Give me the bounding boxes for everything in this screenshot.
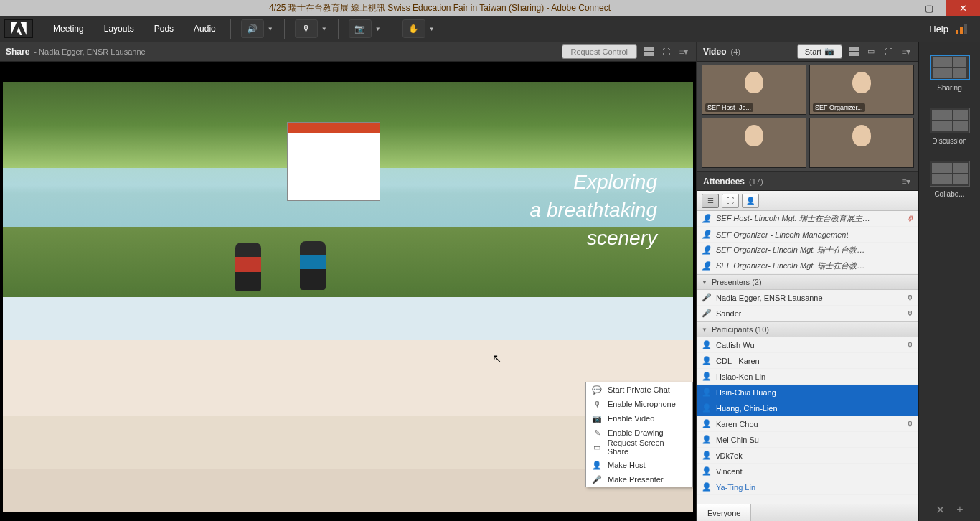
attendee-row-selected[interactable]: 👤Hsin-Chia Huang <box>697 385 918 400</box>
video-tile[interactable]: SEF Host- Je... <box>702 65 806 115</box>
help-menu[interactable]: Help <box>922 24 976 34</box>
chevron-down-icon[interactable]: ▼ <box>373 26 383 32</box>
attendee-row[interactable]: 👤SEF Organizer- Lincoln Mgt. 瑞士在台教育展主... <box>697 258 918 274</box>
filmstrip-view-icon[interactable]: ▭ <box>865 46 877 57</box>
attendee-row[interactable]: 👤Vincent <box>697 464 918 479</box>
video-tile[interactable]: SEF Organizer... <box>809 65 914 115</box>
attendee-row[interactable]: 🎤Nadia Egger, ENSR Lausanne🎙 <box>697 290 918 306</box>
layout-thumb-icon <box>930 108 970 133</box>
request-control-button[interactable]: Request Control <box>562 44 638 59</box>
attendee-row[interactable]: 👤SEF Organizer- Lincoln Mgt. 瑞士在台教育展主... <box>697 243 918 258</box>
video-label: SEF Host- Je... <box>705 103 753 112</box>
ctx-request-screen-share[interactable]: ▭Request Screen Share <box>586 440 692 454</box>
participant-icon: 👤 <box>702 356 712 366</box>
ctx-enable-microphone[interactable]: 🎙Enable Microphone <box>586 397 692 411</box>
participants-group-header[interactable]: ▼Participants (10) <box>697 321 918 337</box>
raise-hand-control[interactable]: ✋▼ <box>401 19 437 38</box>
group-label: Presenters (2) <box>712 278 762 286</box>
separator <box>392 19 392 39</box>
grid-view-icon[interactable] <box>848 46 859 57</box>
breakout-view-icon[interactable]: ⛶ <box>722 194 739 208</box>
participant-icon: 👤 <box>702 435 712 445</box>
sync-view-icon[interactable] <box>643 46 654 57</box>
attendee-row[interactable]: 👤Ya-Ting Lin <box>697 479 918 495</box>
video-tile[interactable] <box>809 118 914 168</box>
menu-meeting[interactable]: Meeting <box>43 16 94 42</box>
ctx-enable-video[interactable]: 📷Enable Video <box>586 411 692 426</box>
presenters-group-header[interactable]: ▼Presenters (2) <box>697 274 918 290</box>
attendee-row[interactable]: 👤SEF Organizer - Lincoln Management <box>697 227 918 243</box>
menu-pods[interactable]: Pods <box>144 16 184 42</box>
attendee-row-selected[interactable]: 👤Huang, Chin-Lien <box>697 400 918 416</box>
layout-settings-icon[interactable]: ✕ <box>936 503 945 517</box>
ctx-start-private-chat[interactable]: 💬Start Private Chat <box>586 382 692 397</box>
chevron-down-icon[interactable]: ▼ <box>427 26 437 32</box>
attendee-name: Sander <box>716 309 741 318</box>
layout-sharing[interactable]: Sharing <box>919 55 980 92</box>
close-button[interactable]: ✕ <box>946 0 980 16</box>
share-pod-header: Share - Nadia Egger, ENSR Lausanne Reque… <box>0 42 696 62</box>
image-person <box>235 243 261 291</box>
webcam-control[interactable]: 📷▼ <box>347 19 383 38</box>
attendee-row[interactable]: 👤vDk7ek <box>697 448 918 464</box>
pod-options-icon[interactable]: ≡▾ <box>677 47 690 57</box>
speaker-icon[interactable]: 🔊 <box>241 19 264 38</box>
ctx-label: Enable Drawing <box>608 428 664 437</box>
microphone-control[interactable]: 🎙▼ <box>293 19 329 38</box>
mic-icon: 🎙 <box>906 309 914 318</box>
ctx-label: Request Screen Share <box>608 438 687 456</box>
maximize-button[interactable]: ▢ <box>913 0 946 16</box>
ctx-make-presenter[interactable]: 🎤Make Presenter <box>586 472 692 487</box>
layout-collaboration[interactable]: Collabo... <box>919 161 980 198</box>
attendee-name: Vincent <box>716 467 743 476</box>
chevron-down-icon[interactable]: ▼ <box>319 26 329 32</box>
raise-hand-icon[interactable]: ✋ <box>402 19 425 38</box>
svg-rect-0 <box>956 30 958 34</box>
chat-tabs: Everyone <box>697 504 918 521</box>
ctx-enable-drawing[interactable]: ✎Enable Drawing <box>586 426 692 440</box>
pod-options-icon[interactable]: ≡▾ <box>900 177 913 187</box>
attendee-name: SEF Organizer- Lincoln Mgt. 瑞士在台教育展主... <box>716 260 872 271</box>
status-view-icon[interactable]: 👤 <box>742 194 759 208</box>
separator <box>338 19 339 39</box>
collapse-icon: ▼ <box>702 327 707 333</box>
screen-icon: ▭ <box>592 443 602 452</box>
participant-icon: 👤 <box>702 372 712 382</box>
video-pod: Video (4) Start 📷 ▭ ⛶ ≡▾ SEF Host- Je...… <box>697 42 918 171</box>
attendee-row[interactable]: 🎤Sander🎙 <box>697 306 918 321</box>
fullscreen-icon[interactable]: ⛶ <box>660 46 672 57</box>
window-title-bar: 4/25 瑞士在台教育展 線上視訊 Swiss Education Fair i… <box>0 0 980 16</box>
menu-layouts[interactable]: Layouts <box>94 16 144 42</box>
attendee-context-menu: 💬Start Private Chat 🎙Enable Microphone 📷… <box>585 382 693 487</box>
speaker-control[interactable]: 🔊▼ <box>240 19 275 38</box>
chevron-down-icon[interactable]: ▼ <box>265 26 275 32</box>
webcam-icon[interactable]: 📷 <box>349 19 372 38</box>
microphone-icon[interactable]: 🎙 <box>295 19 318 38</box>
video-tile[interactable] <box>702 118 806 168</box>
fullscreen-icon[interactable]: ⛶ <box>882 46 894 57</box>
attendee-row[interactable]: 👤Karen Chou🎙 <box>697 416 918 432</box>
video-pod-title: Video <box>703 47 726 57</box>
attendee-name: Hsiao-Ken Lin <box>716 372 765 381</box>
attendee-view-icon[interactable]: ☰ <box>702 194 719 208</box>
layout-label: Sharing <box>937 84 961 92</box>
attendee-row[interactable]: 👤Catfish Wu🎙 <box>697 337 918 353</box>
pod-options-icon[interactable]: ≡▾ <box>900 47 913 57</box>
microphone-icon: 🎙 <box>592 400 602 408</box>
ctx-make-host[interactable]: 👤Make Host <box>586 458 692 472</box>
attendee-row[interactable]: 👤SEF Host- Lincoln Mgt. 瑞士在台教育展主辦...🎙 <box>697 211 918 227</box>
attendee-row[interactable]: 👤CDL - Karen <box>697 353 918 369</box>
attendee-row[interactable]: 👤Hsiao-Ken Lin <box>697 369 918 385</box>
start-label: Start <box>805 47 821 56</box>
mic-icon: 🎙 <box>906 420 914 428</box>
menu-audio[interactable]: Audio <box>184 16 226 42</box>
attendee-row[interactable]: 👤Mei Chin Su <box>697 432 918 448</box>
tab-everyone[interactable]: Everyone <box>697 504 751 521</box>
start-webcam-button[interactable]: Start 📷 <box>797 44 842 59</box>
minimize-button[interactable]: — <box>880 0 913 16</box>
add-layout-icon[interactable]: + <box>956 503 963 517</box>
separator <box>586 456 692 456</box>
layout-discussion[interactable]: Discussion <box>919 108 980 145</box>
webcam-icon: 📷 <box>824 47 834 56</box>
adobe-logo[interactable] <box>4 19 33 38</box>
